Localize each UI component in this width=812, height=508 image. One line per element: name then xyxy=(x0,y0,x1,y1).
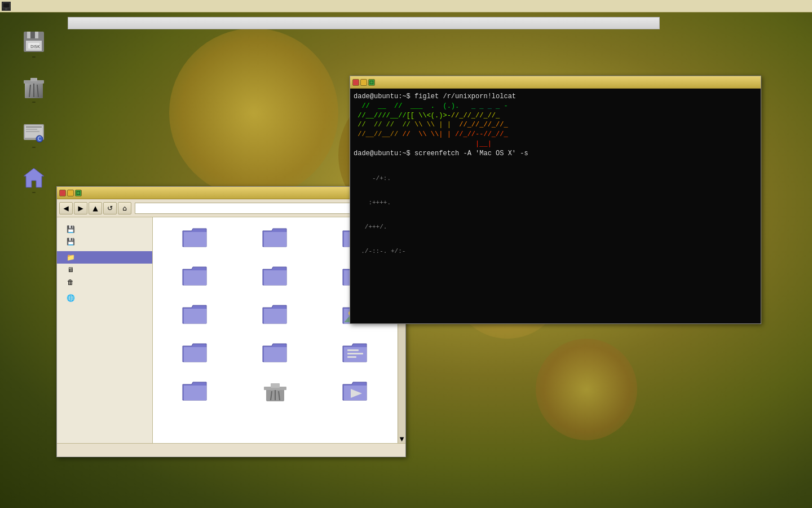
status-bar xyxy=(57,443,405,457)
terminal-window: □ dade@ubuntu:~$ figlet /r/unixporn!lolc… xyxy=(350,76,761,324)
minimize-button[interactable] xyxy=(67,190,74,196)
sidebar-item-filesystem[interactable]: 💾 xyxy=(57,223,152,235)
screenfetch-output: -/+:. :++++. /+++/. ./-::-. +/:- xyxy=(354,159,757,256)
file-item[interactable] xyxy=(317,375,393,409)
reload-button[interactable]: ↺ xyxy=(103,202,117,214)
figlet-5: |__| xyxy=(354,139,757,149)
svg-rect-19 xyxy=(26,129,37,130)
file-item[interactable] xyxy=(157,260,233,294)
file-item[interactable] xyxy=(237,222,313,256)
sidebar-item-floppy[interactable]: 💾 xyxy=(57,235,152,248)
trash-icon xyxy=(20,73,47,100)
svg-marker-23 xyxy=(24,168,44,187)
sidebar: 💾 💾 📁 🖥 🗑 xyxy=(57,217,153,443)
sidebar-item-network[interactable]: 🌐 xyxy=(57,292,152,304)
svg-rect-26 xyxy=(347,349,359,351)
file-item[interactable] xyxy=(157,375,233,409)
figlet-3: // // // // \\ \\ | | //_//_//_//_ xyxy=(354,120,757,130)
trash-sidebar-icon: 🗑 xyxy=(66,278,75,287)
svg-rect-18 xyxy=(26,126,42,128)
file-item[interactable] xyxy=(237,375,313,409)
svg-rect-27 xyxy=(347,353,363,354)
file-item[interactable] xyxy=(157,337,233,371)
terminal-body[interactable]: dade@ubuntu:~$ figlet /r/unixporn!lolcat… xyxy=(350,89,761,323)
trash-label xyxy=(32,102,36,103)
desktop-icon-home[interactable] xyxy=(11,164,56,193)
topbar xyxy=(0,0,812,12)
terminal-maximize-button[interactable]: □ xyxy=(368,79,375,86)
sidebar-item-trash[interactable]: 🗑 xyxy=(57,276,152,288)
desktop: DISK xyxy=(0,0,812,508)
network-sidebar-icon: 🌐 xyxy=(66,294,75,303)
figlet-1: // __ // ___ . (.). _ _ _ _ - xyxy=(354,102,757,111)
file-item[interactable] xyxy=(237,337,313,371)
floppy-sidebar-icon: 💾 xyxy=(66,237,75,246)
svg-text:C: C xyxy=(38,137,41,142)
svg-rect-20 xyxy=(26,131,39,132)
folder-sidebar-icon: 📁 xyxy=(66,253,75,262)
back-button[interactable]: ◀ xyxy=(59,202,73,214)
svg-text:DISK: DISK xyxy=(30,45,40,49)
term-cmd1: dade@ubuntu:~$ figlet /r/unixporn!lolcat xyxy=(354,92,757,102)
svg-rect-34 xyxy=(271,383,280,388)
terminal-minimize-button[interactable] xyxy=(360,79,367,86)
desktop-icon-trash[interactable] xyxy=(11,73,56,103)
home-label xyxy=(32,192,36,193)
file-item[interactable] xyxy=(237,260,313,294)
terminal-titlebar[interactable]: □ xyxy=(350,76,761,89)
floppy-label xyxy=(32,56,36,58)
term-cmd2: dade@ubuntu:~$ screenfetch -A 'Mac OS X'… xyxy=(354,149,757,159)
svg-rect-5 xyxy=(30,32,35,38)
maximize-button[interactable]: □ xyxy=(75,190,82,196)
up-button[interactable]: ▲ xyxy=(89,202,102,214)
floppy-icon: DISK xyxy=(20,28,47,55)
sidebar-item-desktop[interactable]: 🖥 xyxy=(57,264,152,276)
forward-button[interactable]: ▶ xyxy=(74,202,87,214)
filesystem-label xyxy=(32,147,36,148)
svg-rect-1 xyxy=(3,3,10,8)
figlet-4: //__//__// // \\ \\| | //_//--//_//_ xyxy=(354,130,757,139)
svg-rect-15 xyxy=(30,78,37,81)
desktop-icon-floppy[interactable]: DISK xyxy=(11,28,56,58)
app-icon xyxy=(2,2,11,11)
home-nav-button[interactable]: ⌂ xyxy=(118,202,131,214)
scroll-down[interactable]: ▼ xyxy=(398,435,405,443)
file-item[interactable] xyxy=(157,222,233,256)
firefox-addressbar xyxy=(68,17,660,29)
desktop-sidebar-icon: 🖥 xyxy=(66,265,75,274)
desktop-icon-filesystem[interactable]: C xyxy=(11,119,56,148)
sidebar-item-dade[interactable]: 📁 xyxy=(57,251,152,264)
file-item[interactable] xyxy=(157,299,233,332)
svg-rect-28 xyxy=(347,356,356,358)
filesystem-icon: C xyxy=(20,119,47,146)
close-button[interactable] xyxy=(59,190,66,196)
terminal-close-button[interactable] xyxy=(352,79,359,86)
file-item[interactable] xyxy=(317,337,393,371)
figlet-2: //__////__//[[ \\<(.)>-//_//_//_//_ xyxy=(354,111,757,121)
drive-icon: 💾 xyxy=(66,225,75,234)
svg-rect-2 xyxy=(5,8,7,10)
home-icon xyxy=(20,164,47,191)
file-item[interactable] xyxy=(237,299,313,332)
